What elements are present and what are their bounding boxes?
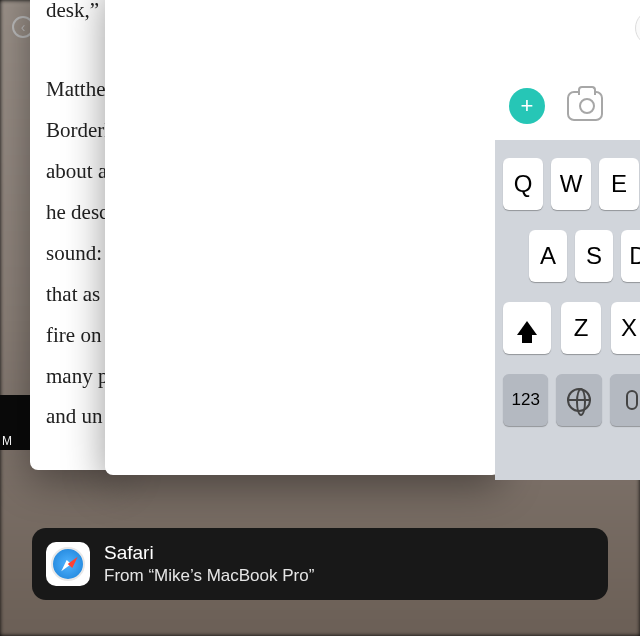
key-s[interactable]: S [575, 230, 613, 282]
camera-button[interactable] [567, 91, 603, 121]
key-a[interactable]: A [529, 230, 567, 282]
shift-key[interactable] [503, 302, 551, 354]
reader-line: that as [46, 274, 108, 315]
numbers-key[interactable]: 123 [503, 374, 548, 426]
app-card-compose[interactable]: c + Q W E A S D Z X 123 [495, 0, 640, 480]
app-card-blank[interactable] [105, 0, 500, 475]
key-z[interactable]: Z [561, 302, 601, 354]
reader-line: he desc [46, 192, 108, 233]
mic-key[interactable] [610, 374, 640, 426]
handoff-text: Safari From “Mike’s MacBook Pro” [104, 540, 314, 589]
safari-compass-icon [51, 547, 85, 581]
edge-label: M [2, 434, 12, 448]
reader-line: Matthe [46, 69, 108, 110]
compose-action-row: + [509, 88, 640, 124]
key-w[interactable]: W [551, 158, 591, 210]
add-button[interactable]: + [509, 88, 545, 124]
handoff-banner[interactable]: Safari From “Mike’s MacBook Pro” [32, 528, 608, 600]
key-d[interactable]: D [621, 230, 640, 282]
key-x[interactable]: X [611, 302, 640, 354]
key-q[interactable]: Q [503, 158, 543, 210]
globe-icon [567, 388, 591, 412]
reader-line: desk,” s [46, 0, 108, 31]
plus-icon: + [521, 93, 534, 119]
reader-line: and un [46, 396, 108, 437]
compose-top-area: c + [495, 0, 640, 140]
keyboard: Q W E A S D Z X 123 [495, 140, 640, 480]
safari-app-icon [46, 542, 90, 586]
keyboard-row-1: Q W E [503, 158, 640, 210]
reader-line: about a [46, 151, 108, 192]
reader-text-block: desk,” s Matthe Borderl about a he desc … [46, 0, 108, 437]
key-e[interactable]: E [599, 158, 639, 210]
globe-key[interactable] [556, 374, 601, 426]
shift-icon [517, 321, 537, 335]
left-edge-strip: M [0, 395, 30, 450]
reader-line: Borderl [46, 110, 108, 151]
reader-line: sound: [46, 233, 108, 274]
handoff-source: From “Mike’s MacBook Pro” [104, 565, 314, 588]
reader-line: many p [46, 356, 108, 397]
keyboard-bottom-row: 123 [503, 374, 640, 426]
mic-icon [626, 390, 638, 410]
handoff-app-name: Safari [104, 540, 314, 566]
text-input-pill[interactable]: c [635, 10, 640, 46]
keyboard-row-2: A S D [503, 230, 640, 282]
reader-line: fire on [46, 315, 108, 356]
keyboard-row-3: Z X [503, 302, 640, 354]
